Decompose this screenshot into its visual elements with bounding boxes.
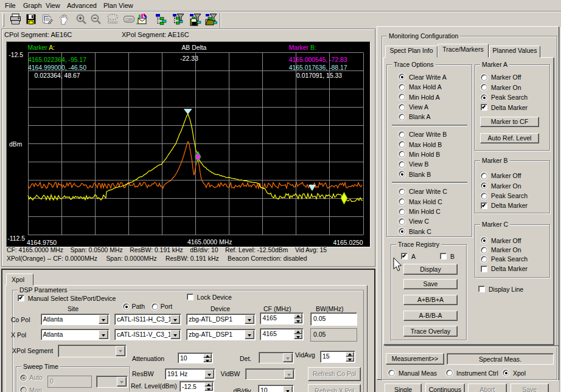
svg-text:4165.000545, -72.83: 4165.000545, -72.83: [289, 57, 347, 63]
svg-text:4165.0000 MHz: 4165.0000 MHz: [187, 239, 232, 246]
svg-text:Marker B:: Marker B:: [289, 44, 316, 51]
svg-text:dBm: dBm: [9, 141, 22, 148]
svg-text:4164.999000, -46.50: 4164.999000, -46.50: [28, 64, 86, 71]
svg-text:-22.33: -22.33: [180, 55, 198, 62]
svg-text:-112.5: -112.5: [7, 235, 25, 242]
svg-text:4164.9750: 4164.9750: [27, 239, 57, 246]
svg-text:Marker A:: Marker A:: [28, 44, 55, 51]
svg-text:AB Delta: AB Delta: [181, 44, 206, 51]
svg-text:-12.5: -12.5: [9, 52, 23, 58]
svg-text:LASSO: LASSO: [108, 21, 118, 24]
svg-text:ORI: ORI: [125, 18, 133, 22]
svg-text:0.017091, 15.33: 0.017091, 15.33: [296, 72, 342, 79]
svg-text:4165.022364, -95.17: 4165.022364, -95.17: [28, 57, 86, 63]
svg-text:4165.0250: 4165.0250: [333, 239, 363, 246]
svg-text:0.023364, 48.67: 0.023364, 48.67: [35, 72, 80, 79]
svg-text:4165.017636, -88.17: 4165.017636, -88.17: [289, 64, 347, 71]
